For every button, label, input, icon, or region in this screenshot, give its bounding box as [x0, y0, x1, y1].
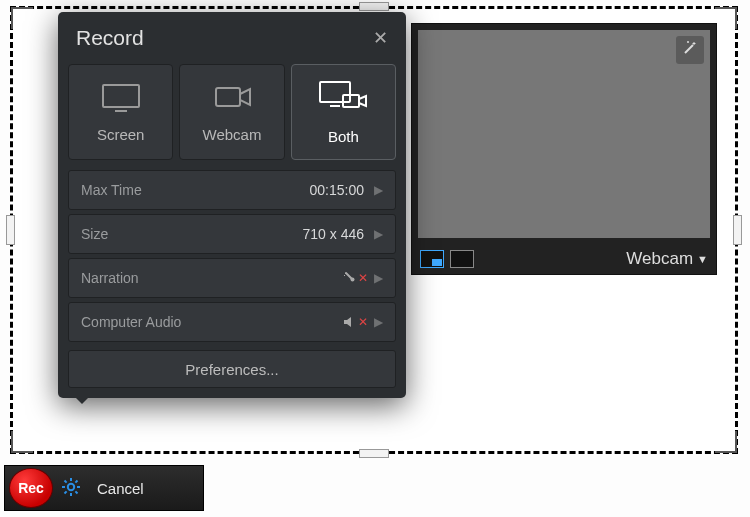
layout-thumb-full[interactable]: [450, 250, 474, 268]
preferences-label: Preferences...: [185, 361, 278, 378]
setting-max-time[interactable]: Max Time 00:15:00 ▶: [68, 170, 396, 210]
mode-webcam-label: Webcam: [203, 126, 262, 143]
svg-rect-11: [216, 88, 240, 106]
record-label: Rec: [18, 480, 44, 496]
svg-line-6: [75, 491, 77, 493]
record-button[interactable]: Rec: [9, 468, 53, 508]
chevron-right-icon: ▶: [374, 227, 383, 241]
corner-handle-tr[interactable]: [715, 7, 737, 29]
mode-screen-label: Screen: [97, 126, 145, 143]
svg-rect-12: [320, 82, 350, 102]
gear-icon: [61, 483, 81, 500]
webcam-label-text: Webcam: [626, 249, 693, 269]
record-mode-row: Screen Webcam Both: [58, 60, 406, 170]
svg-line-8: [75, 480, 77, 482]
preferences-button[interactable]: Preferences...: [68, 350, 396, 388]
mode-both-label: Both: [328, 128, 359, 145]
settings-list: Max Time 00:15:00 ▶ Size 710 x 446 ▶ Nar…: [58, 170, 406, 342]
disabled-x-icon: ✕: [358, 315, 368, 329]
svg-point-15: [351, 278, 355, 282]
mode-webcam[interactable]: Webcam: [179, 64, 284, 160]
mode-screen[interactable]: Screen: [68, 64, 173, 160]
size-value: 710 x 446: [303, 226, 365, 242]
chevron-right-icon: ▶: [374, 183, 383, 197]
edge-handle-top[interactable]: [359, 2, 389, 11]
svg-point-0: [68, 483, 74, 489]
setting-size[interactable]: Size 710 x 446 ▶: [68, 214, 396, 254]
svg-line-5: [65, 480, 67, 482]
edge-handle-right[interactable]: [733, 215, 742, 245]
edge-handle-left[interactable]: [6, 215, 15, 245]
corner-handle-br[interactable]: [715, 431, 737, 453]
mode-both[interactable]: Both: [291, 64, 396, 160]
popover-title: Record: [76, 26, 373, 50]
layout-thumb-pip[interactable]: [420, 250, 444, 268]
chevron-right-icon: ▶: [374, 315, 383, 329]
disabled-x-icon: ✕: [358, 271, 368, 285]
magic-wand-icon: [682, 40, 698, 60]
cancel-button[interactable]: Cancel: [89, 476, 152, 501]
setting-computer-audio[interactable]: Computer Audio ✕ ▶: [68, 302, 396, 342]
size-label: Size: [81, 226, 303, 242]
record-popover: Record ✕ Screen Webcam Both Max Time: [58, 12, 406, 398]
computer-audio-label: Computer Audio: [81, 314, 342, 330]
max-time-label: Max Time: [81, 182, 310, 198]
settings-button[interactable]: [61, 477, 81, 500]
webcam-toolbar: Webcam ▼: [412, 244, 716, 274]
corner-handle-tl[interactable]: [11, 7, 33, 29]
recorder-toolbar: Rec Cancel: [4, 465, 204, 511]
svg-rect-9: [103, 85, 139, 107]
svg-line-7: [65, 491, 67, 493]
setting-narration[interactable]: Narration ✕ ▶: [68, 258, 396, 298]
both-icon: [317, 79, 369, 118]
edge-handle-bottom[interactable]: [359, 449, 389, 458]
chevron-down-icon: ▼: [697, 253, 708, 265]
webcam-source-dropdown[interactable]: Webcam ▼: [626, 249, 708, 269]
close-button[interactable]: ✕: [373, 27, 388, 49]
narration-label: Narration: [81, 270, 342, 286]
close-icon: ✕: [373, 28, 388, 48]
webcam-preview-panel: Webcam ▼: [411, 23, 717, 275]
max-time-value: 00:15:00: [310, 182, 365, 198]
microphone-icon: [342, 271, 356, 285]
effects-button[interactable]: [676, 36, 704, 64]
webcam-icon: [210, 81, 254, 116]
corner-handle-bl[interactable]: [11, 431, 33, 453]
speaker-icon: [342, 315, 356, 329]
screen-icon: [99, 81, 143, 116]
popover-header: Record ✕: [58, 12, 406, 60]
chevron-right-icon: ▶: [374, 271, 383, 285]
webcam-preview: [418, 30, 710, 238]
